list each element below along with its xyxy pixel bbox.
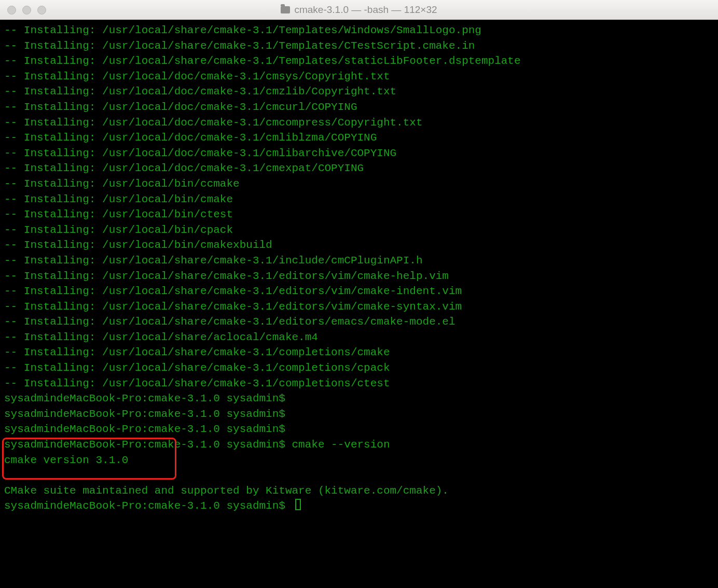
folder-icon	[281, 6, 290, 13]
terminal-line: -- Installing: /usr/local/bin/cmake	[4, 193, 233, 205]
terminal-line: -- Installing: /usr/local/share/cmake-3.…	[4, 316, 455, 328]
terminal-line: -- Installing: /usr/local/doc/cmake-3.1/…	[4, 162, 364, 174]
terminal-line: -- Installing: /usr/local/share/aclocal/…	[4, 331, 318, 343]
terminal-line: -- Installing: /usr/local/bin/ccmake	[4, 178, 240, 190]
minimize-icon[interactable]	[22, 6, 31, 15]
terminal-line: -- Installing: /usr/local/doc/cmake-3.1/…	[4, 71, 390, 82]
terminal-line: cmake version 3.1.0	[4, 454, 128, 466]
terminal-line: -- Installing: /usr/local/share/cmake-3.…	[4, 362, 390, 374]
terminal-output[interactable]: -- Installing: /usr/local/share/cmake-3.…	[0, 20, 718, 588]
terminal-line: -- Installing: /usr/local/bin/cpack	[4, 224, 233, 236]
terminal-line: -- Installing: /usr/local/share/cmake-3.…	[4, 24, 481, 36]
zoom-icon[interactable]	[37, 6, 46, 15]
terminal-line: -- Installing: /usr/local/share/cmake-3.…	[4, 301, 462, 313]
terminal-line: -- Installing: /usr/local/bin/cmakexbuil…	[4, 239, 272, 251]
terminal-line: CMake suite maintained and supported by …	[4, 485, 449, 497]
terminal-line: -- Installing: /usr/local/doc/cmake-3.1/…	[4, 101, 357, 113]
close-icon[interactable]	[7, 6, 16, 15]
window-controls	[0, 6, 46, 15]
terminal-line: -- Installing: /usr/local/share/cmake-3.…	[4, 55, 521, 67]
terminal-line: -- Installing: /usr/local/doc/cmake-3.1/…	[4, 147, 396, 159]
terminal-line: -- Installing: /usr/local/share/cmake-3.…	[4, 285, 462, 297]
cursor-icon	[295, 499, 301, 510]
terminal-line: sysadmindeMacBook-Pro:cmake-3.1.0 sysadm…	[4, 393, 292, 404]
terminal-window: cmake-3.1.0 — -bash — 112×32 -- Installi…	[0, 0, 718, 588]
terminal-line: sysadmindeMacBook-Pro:cmake-3.1.0 sysadm…	[4, 408, 292, 420]
terminal-line: -- Installing: /usr/local/doc/cmake-3.1/…	[4, 132, 377, 144]
terminal-line: -- Installing: /usr/local/share/cmake-3.…	[4, 40, 475, 52]
terminal-line: sysadmindeMacBook-Pro:cmake-3.1.0 sysadm…	[4, 500, 292, 512]
terminal-line: sysadmindeMacBook-Pro:cmake-3.1.0 sysadm…	[4, 439, 390, 451]
terminal-line: -- Installing: /usr/local/bin/ctest	[4, 208, 233, 220]
terminal-line: -- Installing: /usr/local/share/cmake-3.…	[4, 377, 390, 389]
titlebar[interactable]: cmake-3.1.0 — -bash — 112×32	[0, 0, 718, 20]
terminal-line: -- Installing: /usr/local/share/cmake-3.…	[4, 255, 423, 267]
terminal-line: sysadmindeMacBook-Pro:cmake-3.1.0 sysadm…	[4, 423, 292, 435]
terminal-line: -- Installing: /usr/local/share/cmake-3.…	[4, 346, 390, 358]
terminal-line: -- Installing: /usr/local/doc/cmake-3.1/…	[4, 117, 423, 129]
terminal-line: -- Installing: /usr/local/share/cmake-3.…	[4, 270, 449, 282]
window-title: cmake-3.1.0 — -bash — 112×32	[0, 4, 718, 16]
window-title-text: cmake-3.1.0 — -bash — 112×32	[294, 4, 437, 16]
terminal-line: -- Installing: /usr/local/doc/cmake-3.1/…	[4, 86, 396, 97]
